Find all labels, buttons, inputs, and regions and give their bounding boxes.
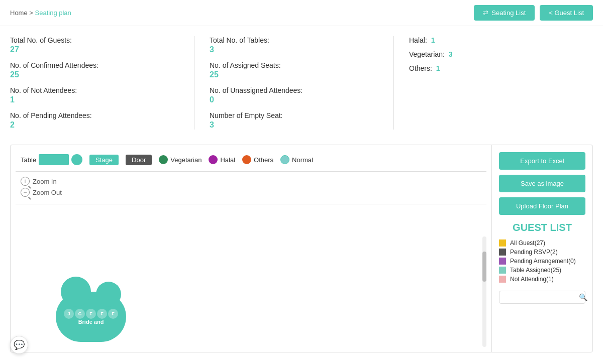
guest-list-button[interactable]: < Guest List — [540, 5, 593, 21]
chat-icon: 💬 — [14, 339, 25, 350]
breadcrumb-current[interactable]: Seating plan — [35, 9, 71, 17]
table-rect-icon — [39, 154, 69, 165]
filter-color-dot — [499, 239, 506, 247]
top-nav: Home > Seating plan ⇄ Seating List < Gue… — [0, 0, 603, 26]
table-circle-icon — [71, 154, 82, 165]
export-excel-button[interactable]: Export to Excel — [499, 152, 585, 170]
zoom-out-icon: − — [21, 188, 30, 197]
breadcrumb: Home > Seating plan — [10, 9, 71, 17]
legend-stage: Stage — [89, 155, 119, 165]
zoom-in-icon: + — [21, 177, 30, 186]
assigned-seats-value: 25 — [210, 70, 378, 79]
seating-list-button[interactable]: ⇄ Seating List — [474, 5, 535, 21]
vertical-scrollbar[interactable] — [482, 236, 486, 347]
filter-color-dot — [499, 249, 506, 256]
search-input[interactable] — [504, 294, 579, 301]
canvas-area: Table Stage Door Vegetarian Halal — [11, 145, 492, 352]
zoom-in-button[interactable]: + Zoom In — [21, 177, 57, 186]
total-guests-label: Total No. of Guests: — [10, 36, 179, 44]
guest-filter-item[interactable]: All Guest(27) — [499, 238, 585, 248]
chat-button[interactable]: 💬 — [10, 336, 28, 354]
sidebar: Export to Excel Save as image Upload Flo… — [492, 145, 592, 352]
nav-buttons: ⇄ Seating List < Guest List — [474, 5, 593, 21]
filter-label: All Guest(27) — [510, 239, 545, 247]
stats-col-1: Total No. of Guests: 27 No. of Confirmed… — [10, 36, 194, 130]
filter-label: Not Attending(1) — [510, 276, 554, 283]
guest-list-title: GUEST LIST — [499, 222, 585, 233]
zoom-out-button[interactable]: − Zoom Out — [21, 188, 62, 197]
filter-label: Table Assigned(25) — [510, 267, 561, 274]
save-image-button[interactable]: Save as image — [499, 175, 585, 192]
search-icon: 🔍 — [579, 293, 587, 301]
legend-door: Door — [126, 155, 152, 165]
search-button[interactable]: 🔍 — [579, 293, 587, 301]
seat-dots: J C F F F — [64, 309, 118, 319]
vegetarian-label: Vegetarian: 3 — [409, 50, 578, 58]
cloud-label: Bride and — [78, 319, 104, 325]
normal-dot-icon — [280, 155, 289, 164]
stats-section: Total No. of Guests: 27 No. of Confirmed… — [0, 26, 603, 140]
assigned-seats-label: No. of Assigned Seats: — [210, 61, 378, 69]
pending-label: No. of Pending Attendees: — [10, 111, 179, 119]
filter-color-dot — [499, 267, 506, 274]
legend-others: Others — [242, 155, 273, 164]
seat-f1: F — [86, 309, 96, 319]
legend-bar: Table Stage Door Vegetarian Halal — [16, 150, 486, 169]
seat-j: J — [64, 309, 74, 319]
total-guests-value: 27 — [10, 45, 179, 54]
scrollbar-thumb[interactable] — [482, 252, 486, 282]
cloud-shape: J C F F F Bride and — [56, 292, 126, 342]
seat-f2: F — [97, 309, 107, 319]
zoom-controls: + Zoom In − Zoom Out — [16, 174, 486, 202]
floor-area[interactable]: J C F F F Bride and — [16, 206, 486, 347]
guest-filter-item[interactable]: Not Attending(1) — [499, 275, 585, 284]
others-dot-icon — [242, 155, 251, 164]
seat-c: C — [75, 309, 85, 319]
bride-table[interactable]: J C F F F Bride and — [56, 292, 126, 342]
guest-filters: All Guest(27)Pending RSVP(2)Pending Arra… — [499, 238, 585, 284]
confirmed-value: 25 — [10, 70, 179, 79]
guest-filter-item[interactable]: Table Assigned(25) — [499, 266, 585, 275]
pending-value: 2 — [10, 120, 179, 130]
main-content: Table Stage Door Vegetarian Halal — [10, 145, 593, 352]
filter-color-dot — [499, 276, 506, 283]
legend-normal: Normal — [280, 155, 313, 164]
legend-halal: Halal — [209, 155, 235, 164]
filter-label: Pending Arrangement(0) — [510, 258, 576, 265]
guest-filter-item[interactable]: Pending Arrangement(0) — [499, 257, 585, 266]
filter-label: Pending RSVP(2) — [510, 249, 558, 256]
unassigned-value: 0 — [210, 95, 378, 104]
confirmed-label: No. of Confirmed Attendees: — [10, 61, 179, 69]
stage-icon: Stage — [89, 155, 119, 165]
legend-divider — [16, 171, 486, 172]
stats-col-3: Halal: 1 Vegetarian: 3 Others: 1 — [394, 36, 593, 130]
table-label-text: Table — [21, 156, 36, 164]
stats-col-2: Total No. of Tables: 3 No. of Assigned S… — [194, 36, 394, 130]
total-tables-label: Total No. of Tables: — [210, 36, 378, 44]
not-attendees-value: 1 — [10, 95, 179, 104]
halal-label: Halal: 1 — [409, 36, 578, 44]
search-bar[interactable]: 🔍 — [499, 291, 585, 304]
door-icon: Door — [126, 155, 152, 165]
empty-seat-label: Number of Empty Seat: — [210, 111, 378, 119]
filter-color-dot — [499, 258, 506, 265]
others-label: Others: 1 — [409, 64, 578, 72]
unassigned-label: No. of Unassigned Attendees: — [210, 86, 378, 94]
breadcrumb-home: Home — [10, 9, 28, 17]
legend-vegetarian: Vegetarian — [159, 155, 202, 164]
empty-seat-value: 3 — [210, 120, 378, 130]
seat-f3: F — [108, 309, 118, 319]
not-attendees-label: No. of Not Attendees: — [10, 86, 179, 94]
vegetarian-dot-icon — [159, 155, 168, 164]
legend-table: Table — [21, 154, 82, 165]
halal-dot-icon — [209, 155, 218, 164]
total-tables-value: 3 — [210, 45, 378, 54]
floor-divider — [16, 204, 486, 204]
seating-list-icon: ⇄ — [483, 9, 488, 17]
guest-filter-item[interactable]: Pending RSVP(2) — [499, 248, 585, 257]
breadcrumb-separator: > — [28, 9, 35, 17]
upload-floor-button[interactable]: Upload Floor Plan — [499, 197, 585, 215]
